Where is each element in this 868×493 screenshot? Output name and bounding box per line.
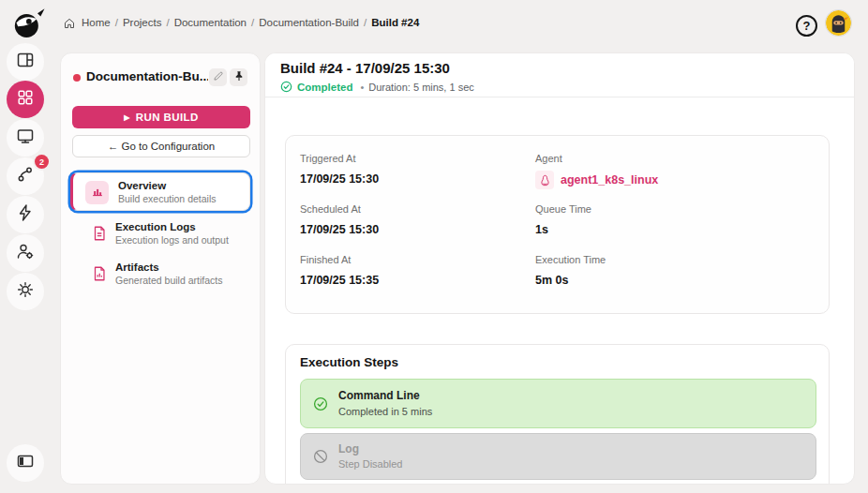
pencil-icon	[213, 70, 224, 84]
rail-collapse-sidebar-button[interactable]	[7, 444, 44, 482]
sidebar-item-title: Execution Logs	[115, 221, 196, 232]
build-status-row: Completed • Duration: 5 mins, 1 sec	[280, 81, 474, 93]
icon-rail: 2	[0, 45, 58, 493]
field-execution-time: Execution Time 5m 0s	[535, 254, 606, 287]
field-agent: Agent agent1_k8s_linux	[535, 153, 658, 189]
project-title-row: Documentation-Bu...	[61, 67, 260, 89]
field-triggered-at: Triggered At 17/09/25 15:30	[300, 153, 379, 186]
field-label: Scheduled At	[300, 203, 379, 215]
breadcrumb-documentation-build[interactable]: Documentation-Build	[259, 17, 359, 28]
field-finished-at: Finished At 17/09/25 15:35	[300, 254, 379, 287]
user-gear-icon	[16, 242, 35, 264]
dashboard-layout-icon	[16, 51, 35, 73]
breadcrumb-separator: /	[251, 17, 254, 28]
document-chart-icon	[91, 265, 108, 286]
execution-steps-card: Execution Steps Command Line Completed i…	[285, 344, 830, 485]
breadcrumb-build-24: Build #24	[371, 17, 419, 28]
question-mark-icon: ?	[803, 19, 811, 33]
help-button[interactable]: ?	[796, 15, 817, 37]
panel-left-icon	[16, 452, 35, 474]
breadcrumb-documentation[interactable]: Documentation	[174, 17, 247, 28]
step-name: Log	[338, 442, 359, 456]
sidebar-item-subtitle: Build execution details	[118, 193, 216, 204]
sidebar-item-title: Overview	[118, 180, 166, 191]
duration-text: Duration: 5 mins, 1 sec	[368, 82, 474, 93]
play-icon: ▶	[124, 112, 130, 121]
go-to-configuration-label: ← Go to Configuration	[108, 141, 215, 152]
breadcrumb-home[interactable]: Home	[82, 17, 111, 28]
field-value: 1s	[535, 223, 591, 236]
status-dot	[73, 74, 81, 82]
builds-count-badge: 2	[35, 155, 49, 169]
rail-agents-button[interactable]	[7, 119, 44, 157]
sidebar-item-overview[interactable]: Overview Build execution details	[70, 172, 250, 211]
build-info-card: Triggered At 17/09/25 15:30 Agent agent1…	[285, 135, 830, 314]
sidebar-item-subtitle: Generated build artifacts	[115, 275, 222, 286]
status-badge: Completed	[297, 82, 352, 93]
rail-builds-button[interactable]: 2	[7, 157, 44, 195]
step-detail: Step Disabled	[338, 458, 403, 470]
field-value: 17/09/25 15:30	[300, 172, 379, 186]
linux-penguin-icon	[535, 171, 554, 189]
rail-users-button[interactable]	[7, 234, 44, 272]
build-config-sidebar: Documentation-Bu... ▶ RUN BUILD ← Go to …	[60, 52, 261, 485]
sidebar-item-title: Artifacts	[115, 261, 159, 273]
agent-link[interactable]: agent1_k8s_linux	[561, 173, 658, 187]
field-label: Execution Time	[535, 254, 606, 265]
breadcrumb-separator: /	[166, 17, 169, 28]
build-title: Build #24 - 17/09/25 15:30	[280, 60, 450, 76]
sidebar-item-artifacts[interactable]: Artifacts Generated build artifacts	[70, 259, 250, 292]
step-detail: Completed in 5 mins	[338, 406, 432, 417]
disabled-slash-circle-icon	[313, 449, 328, 464]
breadcrumb-separator: /	[115, 17, 118, 28]
field-value: 5m 0s	[535, 274, 606, 287]
step-command-line[interactable]: Command Line Completed in 5 mins	[300, 379, 816, 428]
rail-dashboard-button[interactable]	[7, 43, 44, 81]
step-log-disabled[interactable]: Log Step Disabled	[300, 433, 816, 480]
sidebar-item-subtitle: Execution logs and output	[115, 234, 229, 246]
gear-icon	[16, 280, 35, 303]
breadcrumb-separator: /	[364, 17, 367, 28]
execution-steps-title: Execution Steps	[300, 355, 398, 369]
field-queue-time: Queue Time 1s	[535, 203, 591, 236]
user-avatar[interactable]	[826, 10, 851, 36]
breadcrumb: Home / Projects / Documentation / Docume…	[64, 0, 419, 45]
pushpin-icon	[233, 70, 245, 84]
apps-grid-icon	[16, 88, 35, 111]
field-value: 17/09/25 15:30	[300, 223, 379, 236]
step-name: Command Line	[338, 389, 420, 402]
sidebar-item-execution-logs[interactable]: Execution Logs Execution logs and output	[70, 218, 250, 252]
field-label: Triggered At	[300, 153, 379, 164]
document-lines-icon	[91, 225, 108, 246]
bar-chart-icon	[91, 185, 104, 202]
bullet-separator: •	[360, 82, 364, 93]
top-bar: Home / Projects / Documentation / Docume…	[0, 0, 868, 45]
go-to-configuration-button[interactable]: ← Go to Configuration	[72, 135, 250, 157]
project-title: Documentation-Bu...	[86, 69, 208, 83]
rail-actions-button[interactable]	[7, 196, 44, 233]
monitor-icon	[16, 127, 35, 149]
check-circle-icon	[280, 81, 292, 93]
pin-button[interactable]	[230, 68, 247, 86]
field-scheduled-at: Scheduled At 17/09/25 15:30	[300, 203, 379, 236]
field-label: Queue Time	[535, 203, 591, 215]
field-label: Finished At	[300, 254, 379, 265]
edit-button[interactable]	[209, 68, 227, 86]
check-circle-icon	[313, 396, 328, 411]
build-detail-panel: Build #24 - 17/09/25 15:30 Completed • D…	[264, 52, 855, 485]
field-value: 17/09/25 15:35	[300, 274, 379, 287]
run-build-button[interactable]: ▶ RUN BUILD	[72, 106, 250, 128]
lightning-bolt-icon	[16, 203, 35, 226]
rail-projects-button[interactable]	[7, 81, 44, 118]
field-label: Agent	[535, 153, 658, 164]
home-icon	[64, 18, 75, 29]
breadcrumb-projects[interactable]: Projects	[123, 17, 162, 28]
build-header: Build #24 - 17/09/25 15:30 Completed • D…	[265, 53, 854, 97]
overview-icon-box	[85, 181, 109, 204]
git-branch-icon	[16, 165, 35, 187]
run-build-label: RUN BUILD	[136, 112, 199, 123]
rail-settings-button[interactable]	[7, 273, 44, 310]
app-logo-ninja-icon[interactable]	[7, 4, 49, 43]
